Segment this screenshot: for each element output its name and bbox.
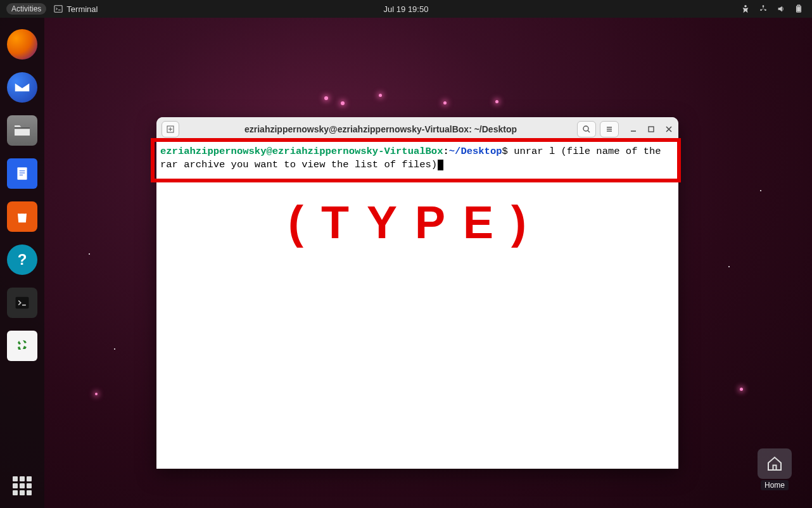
- wallpaper-star: [341, 101, 345, 105]
- dock-writer[interactable]: [7, 158, 37, 189]
- accessibility-icon[interactable]: [741, 4, 750, 13]
- dock-software[interactable]: [7, 201, 37, 232]
- wallpaper-star: [324, 96, 328, 100]
- home-icon: [765, 454, 784, 473]
- dock-files[interactable]: [7, 115, 37, 146]
- new-tab-button[interactable]: [162, 121, 179, 137]
- svg-rect-0: [54, 6, 62, 13]
- network-icon[interactable]: [759, 4, 768, 13]
- svg-rect-8: [17, 167, 27, 180]
- search-icon: [582, 125, 591, 134]
- svg-rect-9: [16, 297, 29, 309]
- terminal-titlebar[interactable]: ezriahzippernowsky@ezriahzippernowsky-Vi…: [156, 117, 678, 141]
- new-tab-icon: [166, 125, 175, 134]
- topbar-active-app[interactable]: Terminal: [54, 4, 98, 14]
- wallpaper-star: [495, 100, 498, 103]
- dock-help[interactable]: ?: [7, 244, 37, 275]
- minimize-button[interactable]: [629, 125, 638, 134]
- terminal-title: ezriahzippernowsky@ezriahzippernowsky-Vi…: [184, 124, 577, 134]
- terminal-body[interactable]: ezriahzippernowsky@ezriahzippernowsky-Vi…: [156, 141, 678, 469]
- maximize-icon: [647, 125, 655, 133]
- search-button[interactable]: [577, 121, 596, 137]
- dock-trash[interactable]: [7, 331, 37, 361]
- prompt-user-host: ezriahzippernowsky@ezriahzippernowsky-Vi…: [160, 146, 443, 157]
- minimize-icon: [630, 125, 637, 133]
- cursor: [438, 160, 443, 170]
- thunderbird-icon: [13, 78, 32, 97]
- top-bar: Activities Terminal Jul 19 19:50: [0, 0, 812, 18]
- dock: ?: [0, 18, 44, 508]
- close-icon: [665, 125, 673, 133]
- maximize-button[interactable]: [647, 125, 656, 134]
- wallpaper-star: [89, 253, 90, 255]
- terminal-window: ezriahzippernowsky@ezriahzippernowsky-Vi…: [156, 117, 678, 469]
- volume-icon[interactable]: [777, 4, 785, 13]
- topbar-datetime[interactable]: Jul 19 19:50: [384, 4, 429, 14]
- dock-terminal[interactable]: [7, 288, 37, 318]
- wallpaper-star: [379, 94, 382, 97]
- prompt-dollar: $: [502, 146, 508, 157]
- activities-button[interactable]: Activities: [6, 3, 46, 15]
- svg-rect-6: [797, 5, 800, 6]
- wallpaper-star: [760, 190, 761, 191]
- dock-firefox[interactable]: [7, 29, 37, 60]
- wallpaper-star: [740, 388, 743, 391]
- menu-button[interactable]: [600, 121, 619, 137]
- dock-thunderbird[interactable]: [7, 72, 37, 103]
- annotation-type-label: (TYPE): [288, 196, 544, 248]
- svg-point-11: [583, 126, 588, 131]
- battery-icon[interactable]: [794, 4, 803, 13]
- wallpaper-star: [114, 348, 115, 350]
- prompt-colon: :: [443, 146, 448, 157]
- help-glyph: ?: [18, 251, 27, 269]
- desktop-home-label: Home: [761, 480, 789, 490]
- topbar-app-name: Terminal: [67, 4, 98, 14]
- document-icon: [14, 165, 30, 182]
- recycle-icon: [15, 338, 30, 353]
- wallpaper-star: [728, 266, 730, 267]
- terminal-icon: [54, 4, 63, 13]
- close-button[interactable]: [664, 125, 673, 134]
- show-applications[interactable]: [13, 476, 32, 495]
- prompt-path: ~/Desktop: [449, 146, 502, 157]
- svg-point-1: [744, 5, 747, 8]
- wallpaper-star: [443, 101, 447, 105]
- folder-icon: [12, 120, 32, 141]
- svg-rect-12: [649, 127, 654, 132]
- terminal-app-icon: [13, 294, 31, 312]
- wallpaper-star: [95, 393, 98, 395]
- shopping-bag-icon: [13, 208, 31, 225]
- desktop-home-folder[interactable]: Home: [758, 448, 792, 490]
- svg-rect-7: [797, 7, 800, 11]
- hamburger-icon: [605, 125, 614, 134]
